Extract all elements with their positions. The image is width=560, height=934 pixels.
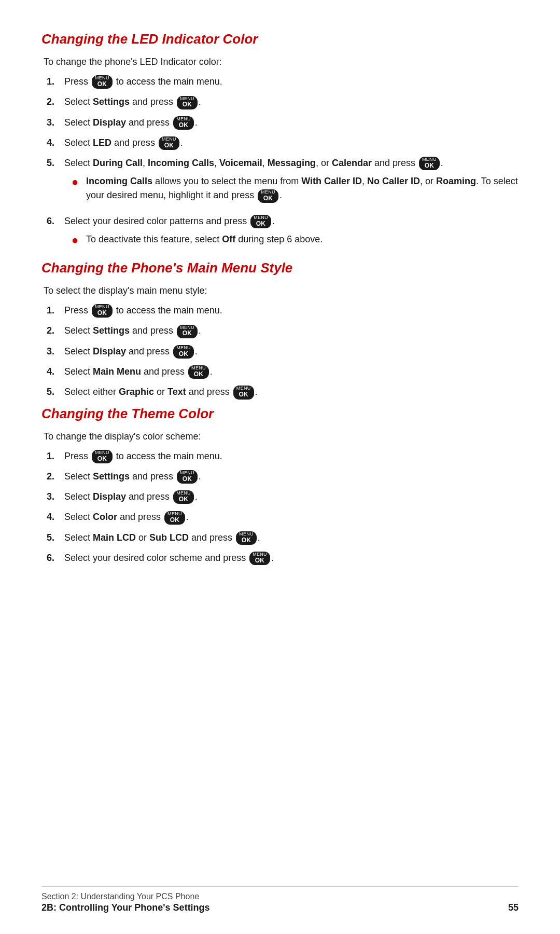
step-mm-5: 5. Select either Graphic or Text and pre… xyxy=(47,385,519,399)
intro-main-menu: To select the display's main menu style: xyxy=(44,285,519,296)
menu-ok-btn: MENUOK xyxy=(173,490,194,504)
step-content: Select Settings and press MENUOK. xyxy=(64,324,519,338)
step-num: 3. xyxy=(47,345,61,359)
menu-ok-btn: MENUOK xyxy=(173,116,194,130)
step-mm-3: 3. Select Display and press MENUOK. xyxy=(47,345,519,359)
footer: Section 2: Understanding Your PCS Phone … xyxy=(41,886,519,913)
menu-ok-btn: MENUOK xyxy=(177,96,198,109)
step-tc-3: 3. Select Display and press MENUOK. xyxy=(47,490,519,504)
step-mm-4: 4. Select Main Menu and press MENUOK. xyxy=(47,365,519,379)
step-content: Select Display and press MENUOK. xyxy=(64,345,519,359)
step-tc-5: 5. Select Main LCD or Sub LCD and press … xyxy=(47,531,519,545)
section-main-menu: Changing the Phone's Main Menu Style To … xyxy=(41,260,519,399)
step-content: Select either Graphic or Text and press … xyxy=(64,385,519,399)
menu-ok-btn: MENUOK xyxy=(173,345,194,359)
intro-led: To change the phone's LED Indicator colo… xyxy=(44,57,519,67)
step-num: 2. xyxy=(47,470,61,484)
step-led-6: 6. Select your desired color patterns an… xyxy=(47,214,519,254)
step-num: 5. xyxy=(47,385,61,399)
step-content: Select your desired color scheme and pre… xyxy=(64,551,519,565)
step-content: Select Display and press MENUOK. xyxy=(64,116,519,130)
menu-ok-btn: MENUOK xyxy=(164,511,185,525)
step-content: Select your desired color patterns and p… xyxy=(64,214,519,254)
step-content: Select Display and press MENUOK. xyxy=(64,490,519,504)
step-num: 6. xyxy=(47,214,61,228)
step-led-2: 2. Select Settings and press MENUOK. xyxy=(47,95,519,109)
bullet-list: ● Incoming Calls allows you to select th… xyxy=(72,174,519,202)
footer-section-label: Section 2: Understanding Your PCS Phone xyxy=(41,892,519,901)
menu-ok-btn: MENUOK xyxy=(177,325,198,338)
bullet-item: ● Incoming Calls allows you to select th… xyxy=(72,174,519,202)
step-mm-1: 1. Press MENUOK to access the main menu. xyxy=(47,304,519,318)
step-num: 4. xyxy=(47,136,61,150)
menu-ok-btn: MENUOK xyxy=(249,552,270,565)
step-num: 6. xyxy=(47,551,61,565)
step-num: 2. xyxy=(47,95,61,109)
menu-ok-btn: MENUOK xyxy=(233,386,254,399)
step-content: Press MENUOK to access the main menu. xyxy=(64,449,519,463)
step-content: Press MENUOK to access the main menu. xyxy=(64,75,519,89)
step-mm-2: 2. Select Settings and press MENUOK. xyxy=(47,324,519,338)
step-num: 2. xyxy=(47,324,61,338)
intro-theme: To change the display's color scheme: xyxy=(44,431,519,442)
step-content: Select Main LCD or Sub LCD and press MEN… xyxy=(64,531,519,545)
step-content: Press MENUOK to access the main menu. xyxy=(64,304,519,318)
bullet-list: ● To deactivate this feature, select Off… xyxy=(72,232,519,249)
bullet-item: ● To deactivate this feature, select Off… xyxy=(72,232,519,249)
step-num: 1. xyxy=(47,449,61,463)
step-num: 3. xyxy=(47,490,61,504)
step-tc-2: 2. Select Settings and press MENUOK. xyxy=(47,470,519,484)
step-content: Select LED and press MENUOK. xyxy=(64,136,519,150)
menu-ok-btn: MENUOK xyxy=(92,75,113,89)
step-content: Select Main Menu and press MENUOK. xyxy=(64,365,519,379)
section-theme: Changing the Theme Color To change the d… xyxy=(41,406,519,566)
menu-ok-btn: MENUOK xyxy=(250,215,271,228)
step-num: 5. xyxy=(47,531,61,545)
menu-ok-btn: MENUOK xyxy=(258,189,278,203)
bullet-content: Incoming Calls allows you to select the … xyxy=(86,174,519,202)
section-title-theme: Changing the Theme Color xyxy=(41,406,519,422)
step-num: 1. xyxy=(47,75,61,89)
steps-list-main-menu: 1. Press MENUOK to access the main menu.… xyxy=(47,304,519,399)
menu-ok-btn: MENUOK xyxy=(236,531,257,545)
step-num: 4. xyxy=(47,510,61,524)
section-led: Changing the LED Indicator Color To chan… xyxy=(41,31,519,254)
step-tc-1: 1. Press MENUOK to access the main menu. xyxy=(47,449,519,463)
menu-ok-btn: MENUOK xyxy=(92,450,113,463)
step-num: 5. xyxy=(47,156,61,170)
step-content: Select Settings and press MENUOK. xyxy=(64,95,519,109)
menu-ok-btn: MENUOK xyxy=(159,136,179,150)
steps-list-theme: 1. Press MENUOK to access the main menu.… xyxy=(47,449,519,566)
menu-ok-btn: MENUOK xyxy=(188,365,209,379)
bullet-dot-icon: ● xyxy=(72,231,83,249)
menu-ok-btn: MENUOK xyxy=(92,304,113,318)
bullet-content: To deactivate this feature, select Off d… xyxy=(86,232,519,246)
page-content: Changing the LED Indicator Color To chan… xyxy=(41,31,519,565)
step-content: Select Settings and press MENUOK. xyxy=(64,470,519,484)
step-tc-4: 4. Select Color and press MENUOK. xyxy=(47,510,519,524)
step-led-5: 5. Select During Call, Incoming Calls, V… xyxy=(47,156,519,208)
menu-ok-btn: MENUOK xyxy=(419,157,440,170)
section-title-main-menu: Changing the Phone's Main Menu Style xyxy=(41,260,519,276)
footer-bottom: 2B: Controlling Your Phone's Settings 55 xyxy=(41,902,519,913)
step-led-3: 3. Select Display and press MENUOK. xyxy=(47,116,519,130)
menu-ok-btn: MENUOK xyxy=(177,470,198,484)
step-led-4: 4. Select LED and press MENUOK. xyxy=(47,136,519,150)
step-content: Select Color and press MENUOK. xyxy=(64,510,519,524)
step-num: 4. xyxy=(47,365,61,379)
footer-page-number: 55 xyxy=(508,902,519,913)
step-num: 1. xyxy=(47,304,61,318)
bullet-dot-icon: ● xyxy=(72,173,83,190)
step-tc-6: 6. Select your desired color scheme and … xyxy=(47,551,519,565)
step-num: 3. xyxy=(47,116,61,130)
steps-list-led: 1. Press MENUOK to access the main menu.… xyxy=(47,75,519,254)
section-title-led: Changing the LED Indicator Color xyxy=(41,31,519,47)
step-content: Select During Call, Incoming Calls, Voic… xyxy=(64,156,519,208)
step-led-1: 1. Press MENUOK to access the main menu. xyxy=(47,75,519,89)
footer-subsection-label: 2B: Controlling Your Phone's Settings xyxy=(41,902,210,913)
